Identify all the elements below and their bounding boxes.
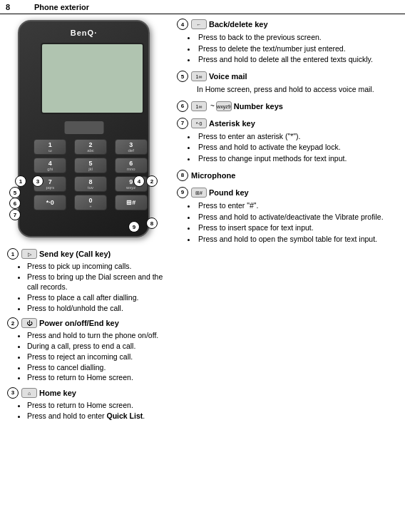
right-item-8-header: 8 Microphone (177, 170, 399, 181)
number-key-icon-left: 1∞ (191, 101, 207, 111)
key-8: 8tuv (74, 176, 107, 192)
send-key-icon: ▷ (21, 249, 37, 259)
item-number-8: 8 (177, 170, 188, 181)
item-5-title: Voice mail (209, 72, 247, 81)
right-item-4: 4 ← Back/delete key Press to back to the… (177, 19, 399, 65)
item-number-7: 7 (177, 118, 188, 129)
keypad-area: 1ω 2abc 3def 4ghi 5jkl 6mno 7pqrs 8tuv 9… (30, 139, 151, 213)
item-9-bullet-1: Press to enter "#". (197, 200, 399, 211)
key-row-4: *·0 0+ ⊞# (30, 195, 151, 210)
item-9-bullets: Press to enter "#". Press and hold to ac… (177, 200, 399, 245)
left-item-3: 3 ⌂ Home key Press to return to Home scr… (7, 387, 164, 421)
item-9-bullet-4: Press and hold to open the symbol table … (197, 234, 399, 245)
item-3-bullet-2: Press and hold to enter Quick List. (27, 411, 164, 421)
item-1-bullets: Press to pick up incoming calls. Press t… (7, 261, 164, 313)
phone-screen (41, 43, 144, 114)
item-number-3: 3 (7, 387, 19, 399)
key-5: 5jkl (74, 158, 107, 173)
page-number: 8 (6, 3, 20, 11)
item-number-1: 1 (7, 248, 19, 260)
callout-7: 7 (9, 209, 21, 220)
phone-image: BenQ· 1ω 2abc 3def 4ghi 5jkl 6mno (11, 20, 160, 241)
item-2-title: Power on/off/End key (39, 319, 119, 327)
item-2-bullet-3: Press to reject an incoming call. (27, 352, 164, 362)
item-7-bullet-3: Press to change input methods for text i… (197, 153, 399, 164)
back-key-icon: ← (191, 19, 207, 29)
key-4: 4ghi (34, 158, 66, 173)
item-7-title: Asterisk key (209, 119, 255, 128)
item-6-title: Number keys (234, 102, 283, 111)
callout-2: 2 (146, 175, 158, 187)
callout-8: 8 (146, 218, 158, 229)
item-9-bullet-3: Press to insert space for text input. (197, 222, 399, 233)
item-7-bullets: Press to enter an asterisk ("*"). Press … (177, 131, 399, 164)
item-1-bullet-3: Press to place a call after dialling. (27, 292, 164, 303)
left-item-1: 1 ▷ Send key (Call key) Press to pick up… (7, 248, 164, 313)
key-star: *·0 (34, 195, 66, 210)
key-1: 1ω (34, 139, 66, 155)
key-row-2: 4ghi 5jkl 6mno (30, 158, 151, 173)
right-item-9-header: 9 ⊞# Pound key (177, 187, 399, 198)
page-title: Phone exterior (34, 3, 89, 11)
item-4-bullet-3: Press and hold to delete all the entered… (197, 54, 399, 65)
key-hash: ⊞# (115, 195, 148, 210)
callout-4: 4 (133, 175, 145, 187)
phone-body: BenQ· 1ω 2abc 3def 4ghi 5jkl 6mno (18, 20, 150, 237)
left-item-3-header: 3 ⌂ Home key (7, 387, 164, 399)
item-9-title: Pound key (209, 188, 249, 197)
right-item-9: 9 ⊞# Pound key Press to enter "#". Press… (177, 187, 399, 245)
item-2-bullets: Press and hold to turn the phone on/off.… (7, 330, 164, 382)
callout-3: 3 (32, 175, 43, 187)
item-1-bullet-1: Press to pick up incoming calls. (27, 261, 164, 272)
left-item-1-header: 1 ▷ Send key (Call key) (7, 248, 164, 260)
right-item-5-header: 5 1∞ Voice mail (177, 71, 399, 82)
item-1-title: Send key (Call key) (39, 250, 111, 258)
right-item-6-header: 6 1∞ ~ wxyz9 Number keys (177, 101, 399, 112)
quick-list-bold: Quick List (107, 411, 143, 420)
item-3-bullet-1: Press to return to Home screen. (27, 400, 164, 411)
left-column: BenQ· 1ω 2abc 3def 4ghi 5jkl 6mno (0, 14, 171, 532)
item-1-bullet-2: Press to bring up the Dial screen and th… (27, 272, 164, 292)
item-9-bullet-2: Press and hold to activate/deactivate th… (197, 212, 399, 222)
callout-6: 6 (9, 198, 21, 209)
item-7-bullet-1: Press to enter an asterisk ("*"). (197, 131, 399, 142)
key-2: 2abc (74, 139, 107, 155)
left-items: 1 ▷ Send key (Call key) Press to pick up… (4, 248, 167, 421)
right-item-6: 6 1∞ ~ wxyz9 Number keys (177, 101, 399, 112)
item-1-bullet-4: Press to hold/unhold the call. (27, 303, 164, 314)
key-0: 0+ (74, 195, 107, 210)
callout-9: 9 (128, 221, 140, 232)
item-3-bullets: Press to return to Home screen. Press an… (7, 400, 164, 421)
item-2-bullet-4: Press to cancel dialling. (27, 362, 164, 373)
item-number-9: 9 (177, 187, 188, 198)
item-2-bullet-1: Press and hold to turn the phone on/off. (27, 330, 164, 341)
key-row-1: 1ω 2abc 3def (30, 139, 151, 155)
pound-key-icon: ⊞# (191, 188, 207, 198)
page-header: 8 Phone exterior (0, 0, 405, 14)
right-item-8: 8 Microphone (177, 170, 399, 181)
item-3-title: Home key (39, 389, 76, 397)
left-item-2: 2 ⏻ Power on/off/End key Press and hold … (7, 317, 164, 382)
main-content: BenQ· 1ω 2abc 3def 4ghi 5jkl 6mno (0, 14, 405, 532)
item-7-bullet-2: Press and hold to activate the keypad lo… (197, 142, 399, 153)
voicemail-key-icon: 1∞ (191, 71, 207, 81)
right-item-5: 5 1∞ Voice mail In Home screen, press an… (177, 71, 399, 95)
power-key-icon: ⏻ (21, 318, 37, 328)
number-key-icon-right: wxyz9 (216, 101, 232, 111)
item-number-6: 6 (177, 101, 188, 112)
asterisk-key-icon: *·0 (191, 118, 207, 128)
item-number-2: 2 (7, 317, 19, 329)
key-6: 6mno (115, 158, 148, 173)
right-item-7-header: 7 *·0 Asterisk key (177, 118, 399, 129)
item-5-desc: In Home screen, press and hold to access… (177, 84, 399, 95)
item-2-bullet-5: Press to return to Home screen. (27, 372, 164, 383)
tilde-symbol: ~ (210, 102, 215, 110)
item-2-bullet-2: During a call, press to end a call. (27, 341, 164, 352)
nav-pad (64, 121, 103, 134)
item-number-4: 4 (177, 19, 188, 30)
callout-5: 5 (9, 187, 21, 198)
item-4-bullet-2: Press to delete the text/number just ent… (197, 44, 399, 54)
item-4-title: Back/delete key (209, 20, 268, 29)
right-item-4-header: 4 ← Back/delete key (177, 19, 399, 30)
item-8-title: Microphone (191, 171, 235, 180)
